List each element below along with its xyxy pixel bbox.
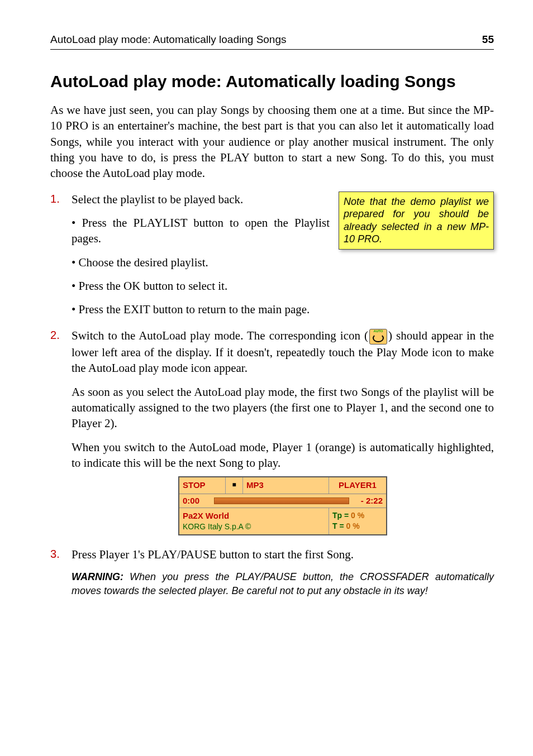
stop-icon: ■ — [226, 477, 243, 493]
warning-paragraph: WARNING: When you press the PLAY/PAUSE b… — [72, 570, 494, 597]
player-status: STOP — [179, 477, 226, 493]
page-number: 55 — [482, 34, 494, 46]
player-artist: KORG Italy S.p.A © — [183, 521, 325, 532]
player-label: PLAYER1 — [329, 477, 386, 493]
page-title: AutoLoad play mode: Automatically loadin… — [50, 72, 494, 91]
player-tp-value: 0 % — [351, 511, 364, 520]
note-callout: Note that the demo playlist we prepared … — [339, 192, 494, 250]
step-2: Switch to the AutoLoad play mode. The co… — [50, 328, 494, 535]
autoload-icon-arrow — [373, 334, 384, 342]
warning-label: WARNING: — [72, 571, 123, 582]
player-t-label: T = — [332, 521, 344, 530]
running-header: AutoLoad play mode: Automatically loadin… — [50, 34, 287, 46]
player-time-elapsed: 0:00 — [183, 495, 211, 506]
player-song-title: Pa2X World — [183, 510, 325, 521]
player-progress-bar — [214, 497, 349, 504]
step-3-text: Press Player 1's PLAY/PAUSE button to st… — [72, 548, 354, 561]
autoload-icon: AUTO — [369, 329, 387, 344]
step-1-text: Select the playlist to be played back. — [72, 193, 243, 206]
header-rule — [50, 49, 494, 50]
player-time-remaining: - 2:22 — [353, 495, 383, 506]
player-display: STOP ■ MP3 PLAYER1 0:00 - 2:22 Pa2X Worl… — [178, 476, 387, 535]
step-2-para-2: As soon as you select the AutoLoad play … — [72, 384, 494, 432]
step-1-bullet-2: • Choose the desired playlist. — [72, 255, 494, 270]
step-1: Note that the demo playlist we prepared … — [50, 192, 494, 318]
intro-paragraph: As we have just seen, you can play Songs… — [50, 102, 494, 181]
player-format: MP3 — [243, 477, 329, 493]
step-3: Press Player 1's PLAY/PAUSE button to st… — [50, 547, 494, 597]
player-t-value: 0 % — [346, 521, 360, 530]
autoload-icon-label: AUTO — [370, 329, 387, 333]
warning-text: When you press the PLAY/PAUSE button, th… — [72, 571, 494, 596]
player-tp-label: Tp = — [332, 511, 349, 520]
step-2-para-3: When you switch to the AutoLoad mode, Pl… — [72, 439, 494, 471]
step-2-text-a: Switch to the AutoLoad play mode. The co… — [72, 329, 368, 342]
step-1-bullet-4: • Press the EXIT button to return to the… — [72, 302, 494, 317]
step-1-bullet-3: • Press the OK button to select it. — [72, 278, 494, 294]
